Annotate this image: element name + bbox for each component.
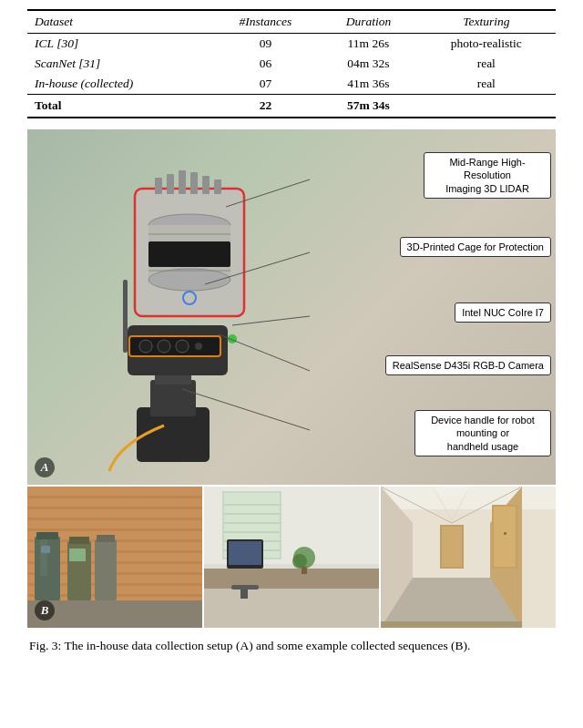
svg-rect-49 xyxy=(40,539,47,576)
svg-rect-71 xyxy=(240,590,248,599)
svg-rect-25 xyxy=(214,179,221,194)
table-row: ScanNet [31] 06 04m 32s real xyxy=(27,54,556,74)
svg-rect-87 xyxy=(504,532,506,535)
figure-b-panel-1: B xyxy=(27,487,202,628)
figure-a: Mid-Range High-ResolutionImaging 3D LIDA… xyxy=(27,129,556,485)
svg-rect-9 xyxy=(123,280,128,353)
texturing-value: photo-realistic xyxy=(417,34,556,55)
svg-rect-36 xyxy=(27,518,202,520)
col-header-texturing: Texturing xyxy=(417,10,556,34)
table-row: ICL [30] 09 11m 26s photo-realistic xyxy=(27,34,556,55)
svg-rect-89 xyxy=(442,527,462,567)
svg-rect-76 xyxy=(381,487,556,509)
svg-rect-37 xyxy=(27,528,202,531)
col-header-duration: Duration xyxy=(320,10,416,34)
panel3-background xyxy=(381,487,556,628)
annotation-nuc: Intel NUC CoIre I7 xyxy=(455,302,551,323)
annotation-handle: Device handle for robot mounting orhandh… xyxy=(414,410,551,456)
svg-rect-20 xyxy=(155,178,162,194)
annotation-realsense: RealSense D435i RGB-D Camera xyxy=(385,355,551,375)
table-total-row: Total 22 57m 34s xyxy=(27,95,556,118)
col-header-instances: #Instances xyxy=(211,10,321,34)
svg-point-13 xyxy=(148,269,230,291)
svg-rect-66 xyxy=(204,587,379,628)
figure-caption: Fig. 3: The in-house data collection set… xyxy=(27,637,556,655)
duration-value: 11m 26s xyxy=(320,34,416,55)
figure-b-panel-2 xyxy=(204,487,379,628)
svg-rect-22 xyxy=(179,170,186,194)
total-duration: 57m 34s xyxy=(320,95,416,118)
annotation-cage: 3D-Printed Cage for Protection xyxy=(400,237,551,257)
svg-rect-67 xyxy=(204,569,379,589)
robot-illustration xyxy=(73,143,328,480)
svg-point-7 xyxy=(176,340,189,353)
svg-point-26 xyxy=(228,334,237,343)
table-row: In-house (collected) 07 41m 36s real xyxy=(27,74,556,95)
svg-rect-48 xyxy=(36,532,58,539)
texturing-value: real xyxy=(417,54,556,74)
svg-rect-55 xyxy=(41,546,50,553)
svg-rect-21 xyxy=(167,174,174,194)
dataset-name: In-house (collected) xyxy=(27,74,211,95)
svg-rect-69 xyxy=(229,541,261,565)
dataset-table: Dataset #Instances Duration Texturing IC… xyxy=(27,9,556,118)
figure-label-b: B xyxy=(35,600,55,620)
svg-point-6 xyxy=(158,340,170,353)
svg-rect-54 xyxy=(69,549,86,561)
panel2-background xyxy=(204,487,379,628)
figure-b: B xyxy=(27,487,556,628)
svg-rect-74 xyxy=(302,567,307,574)
svg-point-73 xyxy=(292,554,307,569)
svg-rect-19 xyxy=(148,241,230,267)
total-texturing xyxy=(417,95,556,118)
svg-rect-53 xyxy=(97,535,115,542)
total-label: Total xyxy=(27,95,211,118)
svg-rect-34 xyxy=(27,496,202,498)
duration-value: 41m 36s xyxy=(320,74,416,95)
duration-value: 04m 32s xyxy=(320,54,416,74)
svg-rect-35 xyxy=(27,507,202,509)
annotation-lidar: Mid-Range High-ResolutionImaging 3D LIDA… xyxy=(424,152,551,199)
svg-rect-23 xyxy=(190,172,198,194)
texturing-value: real xyxy=(417,74,556,95)
figure-label-a: A xyxy=(35,457,55,477)
col-header-dataset: Dataset xyxy=(27,10,211,34)
svg-point-8 xyxy=(195,343,202,350)
total-instances: 22 xyxy=(211,95,321,118)
dataset-name: ICL [30] xyxy=(27,34,211,55)
svg-rect-82 xyxy=(435,487,467,496)
svg-rect-70 xyxy=(231,585,259,590)
svg-rect-86 xyxy=(494,507,516,567)
instances-value: 07 xyxy=(211,74,321,95)
svg-rect-51 xyxy=(69,537,89,544)
svg-rect-52 xyxy=(95,539,117,600)
svg-rect-24 xyxy=(202,176,210,194)
svg-rect-1 xyxy=(150,380,196,416)
svg-point-5 xyxy=(139,340,152,353)
instances-value: 06 xyxy=(211,54,321,74)
corridor-scene xyxy=(381,487,556,628)
instances-value: 09 xyxy=(211,34,321,55)
panel1-background: B xyxy=(27,487,202,628)
figure-b-panel-3 xyxy=(381,487,556,628)
dataset-name: ScanNet [31] xyxy=(27,54,211,74)
svg-rect-90 xyxy=(381,621,522,628)
office-scene xyxy=(204,487,379,628)
